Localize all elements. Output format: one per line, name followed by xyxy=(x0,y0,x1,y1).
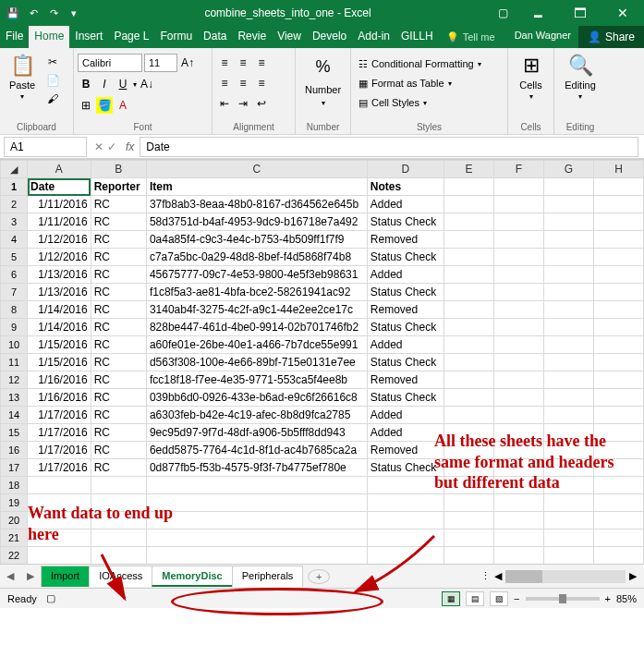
cell[interactable] xyxy=(444,512,493,529)
cell[interactable] xyxy=(493,547,543,565)
align-left-button[interactable]: ≡ xyxy=(216,75,233,91)
cell[interactable] xyxy=(543,178,593,196)
cell[interactable] xyxy=(593,424,643,442)
column-header-F[interactable]: F xyxy=(493,161,543,178)
tab-formulas[interactable]: Formu xyxy=(154,26,198,48)
cell[interactable] xyxy=(444,284,493,301)
format-painter-button[interactable]: 🖌 xyxy=(44,91,61,107)
cell[interactable] xyxy=(593,178,643,196)
chevron-down-icon[interactable]: ▾ xyxy=(133,80,137,89)
cell[interactable] xyxy=(593,249,643,266)
cell[interactable]: a60fe01e-26be-40e1-a466-7b7dce55e991 xyxy=(146,336,367,354)
undo-icon[interactable]: ↶ xyxy=(26,6,41,20)
cell[interactable] xyxy=(543,196,593,213)
cell[interactable] xyxy=(593,196,643,213)
row-header[interactable]: 19 xyxy=(1,494,28,512)
align-right-button[interactable]: ≡ xyxy=(253,75,270,91)
row-header[interactable]: 6 xyxy=(1,266,28,284)
cell[interactable] xyxy=(543,477,593,494)
cell[interactable] xyxy=(444,301,493,319)
row-header[interactable]: 17 xyxy=(1,459,28,477)
cell[interactable]: 1/12/2016 xyxy=(28,249,91,266)
cell[interactable] xyxy=(146,529,367,547)
cell-styles-button[interactable]: ▤Cell Styles▾ xyxy=(358,94,481,111)
cell[interactable]: RC xyxy=(91,424,146,442)
increase-font-icon[interactable]: A↑ xyxy=(179,55,196,71)
cell[interactable] xyxy=(444,266,493,284)
cell[interactable] xyxy=(444,529,493,547)
tab-view[interactable]: View xyxy=(272,26,307,48)
signed-in-user[interactable]: Dan Wagner xyxy=(507,26,578,48)
macro-record-icon[interactable]: ▢ xyxy=(46,592,55,604)
close-button[interactable]: ✕ xyxy=(601,0,644,26)
sheet-tab-peripherals[interactable]: Peripherals xyxy=(232,566,304,587)
cell[interactable]: 1/17/2016 xyxy=(28,442,91,459)
cell[interactable]: 828be447-461d-4be0-9914-02b701746fb2 xyxy=(146,319,367,336)
row-header[interactable]: 5 xyxy=(1,249,28,266)
cell[interactable]: RC xyxy=(91,407,146,424)
cell[interactable]: 1/11/2016 xyxy=(28,213,91,231)
cell[interactable] xyxy=(543,266,593,284)
cell[interactable] xyxy=(444,407,493,424)
row-header[interactable]: 21 xyxy=(1,529,28,547)
split-icon[interactable]: ⋮ xyxy=(480,570,491,582)
cell[interactable]: Removed xyxy=(367,442,444,459)
align-bottom-button[interactable]: ≡ xyxy=(253,55,270,71)
cell[interactable]: RC xyxy=(91,213,146,231)
scroll-left-icon[interactable]: ◀ xyxy=(494,570,502,582)
cell[interactable] xyxy=(444,459,493,477)
format-as-table-button[interactable]: ▦Format as Table▾ xyxy=(358,75,481,91)
cell[interactable] xyxy=(493,407,543,424)
cell[interactable] xyxy=(593,389,643,407)
tab-file[interactable]: File xyxy=(0,26,29,48)
cell[interactable]: 0d877fb5-f53b-4575-9f3f-7b4775ef780e xyxy=(146,459,367,477)
qat-more-icon[interactable]: ▾ xyxy=(67,6,81,20)
cell[interactable] xyxy=(444,371,493,389)
cell[interactable] xyxy=(444,389,493,407)
column-header-H[interactable]: H xyxy=(593,161,643,178)
formula-input[interactable]: Date xyxy=(140,137,638,157)
row-header[interactable]: 15 xyxy=(1,424,28,442)
cell[interactable]: 1/15/2016 xyxy=(28,354,91,371)
zoom-out-button[interactable]: − xyxy=(514,593,519,604)
cell[interactable] xyxy=(493,459,543,477)
row-header[interactable]: 22 xyxy=(1,547,28,565)
cell[interactable] xyxy=(146,512,367,529)
cell[interactable] xyxy=(543,354,593,371)
cell[interactable] xyxy=(543,459,593,477)
cell[interactable]: 1/15/2016 xyxy=(28,336,91,354)
cell[interactable] xyxy=(28,547,91,565)
fx-icon[interactable]: fx xyxy=(120,140,140,153)
font-color-button[interactable]: A xyxy=(115,97,131,114)
row-header[interactable]: 3 xyxy=(1,213,28,231)
column-header-B[interactable]: B xyxy=(91,161,146,178)
name-box[interactable]: A1 xyxy=(4,137,87,157)
cell[interactable]: Added xyxy=(367,407,444,424)
align-center-button[interactable]: ≡ xyxy=(235,75,251,91)
align-middle-button[interactable]: ≡ xyxy=(235,55,251,71)
row-header[interactable]: 9 xyxy=(1,319,28,336)
cell[interactable] xyxy=(444,249,493,266)
cell[interactable] xyxy=(593,213,643,231)
sheet-tab-memorydisc[interactable]: MemoryDisc xyxy=(152,566,232,587)
cell[interactable]: 1/16/2016 xyxy=(28,371,91,389)
row-header[interactable]: 7 xyxy=(1,284,28,301)
cell[interactable] xyxy=(493,319,543,336)
cell[interactable] xyxy=(543,389,593,407)
cell[interactable]: 1/17/2016 xyxy=(28,459,91,477)
bold-button[interactable]: B xyxy=(78,76,94,92)
cell[interactable] xyxy=(543,424,593,442)
cell[interactable] xyxy=(493,284,543,301)
cell[interactable]: Notes xyxy=(367,178,444,196)
cell[interactable]: RC xyxy=(91,319,146,336)
cell[interactable]: Removed xyxy=(367,301,444,319)
cell[interactable]: Status Check xyxy=(367,213,444,231)
cell[interactable]: 1/12/2016 xyxy=(28,231,91,249)
column-header-A[interactable]: A xyxy=(28,161,91,178)
fill-color-button[interactable]: 🪣 xyxy=(96,97,113,114)
cell[interactable] xyxy=(493,477,543,494)
cell[interactable] xyxy=(444,196,493,213)
cell[interactable] xyxy=(367,547,444,565)
cell[interactable]: 58d3751d-b4af-4953-9dc9-b16718e7a492 xyxy=(146,213,367,231)
cell[interactable]: 1/17/2016 xyxy=(28,407,91,424)
